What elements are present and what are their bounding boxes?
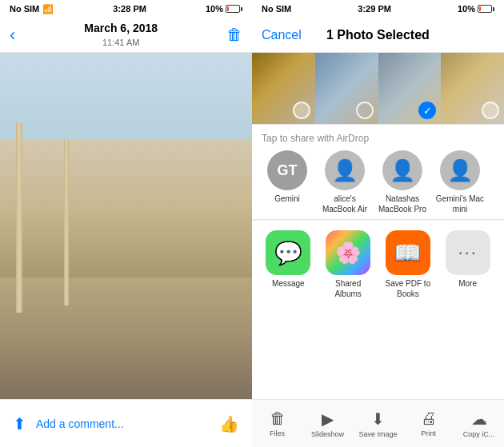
left-battery-pct: 10%	[206, 4, 223, 14]
right-panel: No SIM 3:29 PM 10% Cancel 1 Photo Select…	[252, 0, 504, 447]
right-battery-pct: 10%	[458, 4, 475, 14]
photo-selected-title: 1 Photo Selected	[326, 28, 430, 42]
message-icon: 💬	[266, 230, 310, 275]
thumbnail-1[interactable]	[252, 53, 315, 124]
wifi-icon: 📶	[42, 4, 54, 14]
comment-input[interactable]: Add a comment...	[36, 417, 210, 430]
airdrop-device-gemini-mini[interactable]: 👤 Gemini's Mac mini	[434, 150, 486, 214]
toolbar-save-image[interactable]: ⬇ Save Image	[353, 400, 403, 447]
right-battery-area: 10%	[458, 4, 494, 14]
slideshow-icon: ▶	[322, 409, 334, 429]
toolbar-files[interactable]: 🗑 Files	[252, 400, 302, 447]
right-time: 3:29 PM	[358, 4, 391, 14]
toolbar-copy[interactable]: ☁ Copy iC...	[454, 400, 504, 447]
thumb-1-select[interactable]	[293, 102, 310, 119]
files-label: Files	[270, 429, 285, 437]
print-label: Print	[421, 429, 436, 437]
save-image-icon: ⬇	[371, 409, 385, 429]
toolbar-print[interactable]: 🖨 Print	[403, 400, 454, 447]
share-button[interactable]: ⬆	[13, 414, 26, 433]
slideshow-label: Slideshow	[311, 430, 344, 438]
thumbnails-row: ✓	[252, 53, 504, 125]
person-icon: 👤	[332, 158, 358, 183]
thumbnail-2[interactable]	[315, 53, 378, 124]
share-actions: 💬 Message 🌸 Shared Albums 📖 Save PDF to …	[252, 220, 504, 305]
more-icon: ···	[446, 230, 490, 275]
airdrop-device-alice[interactable]: 👤 alice's MacBook Air	[319, 150, 370, 214]
photo-column-left	[16, 122, 22, 313]
cancel-button[interactable]: Cancel	[262, 28, 302, 42]
trash-button[interactable]: 🗑	[226, 26, 242, 44]
left-panel: No SIM 📶 3:28 PM 10% ‹ March 6, 2018 11:…	[0, 0, 252, 447]
copy-icon: ☁	[471, 409, 487, 429]
photo-date-info: March 6, 2018 11:41 AM	[84, 21, 158, 49]
toolbar-slideshow[interactable]: ▶ Slideshow	[302, 400, 353, 447]
left-time: 3:28 PM	[113, 4, 146, 14]
person-icon-2: 👤	[390, 158, 415, 183]
avatar-natashas: 👤	[382, 150, 422, 190]
right-header: Cancel 1 Photo Selected	[252, 18, 504, 53]
person-icon-3: 👤	[447, 158, 473, 183]
right-battery-icon	[478, 5, 494, 13]
left-header: ‹ March 6, 2018 11:41 AM 🗑	[0, 18, 252, 53]
device-name-gemini-mini: Gemini's Mac mini	[434, 194, 486, 214]
airdrop-device-gemini[interactable]: GT Gemini	[262, 150, 313, 214]
device-name-alice: alice's MacBook Air	[319, 194, 370, 214]
action-message[interactable]: 💬 Message	[262, 230, 315, 299]
photo-date: March 6, 2018	[84, 21, 158, 37]
airdrop-label: Tap to share with AirDrop	[262, 133, 494, 144]
left-bottom-bar: ⬆ Add a comment... 👍	[0, 399, 252, 447]
copy-label: Copy iC...	[463, 430, 495, 438]
thumbnail-3[interactable]: ✓	[378, 53, 442, 124]
action-shared-albums-label: Shared Albums	[322, 278, 375, 299]
battery-icon	[226, 5, 242, 13]
photos-icon: 🌸	[326, 230, 370, 275]
thumbnail-4[interactable]	[441, 53, 504, 124]
action-save-pdf[interactable]: 📖 Save PDF to Books	[382, 230, 435, 299]
thumb-3-select[interactable]: ✓	[418, 102, 436, 119]
photo-buildings	[0, 139, 252, 277]
save-image-label: Save Image	[358, 430, 397, 438]
thumb-4-select[interactable]	[482, 102, 499, 119]
action-more-label: More	[458, 278, 477, 289]
main-photo	[0, 53, 252, 399]
action-message-label: Message	[272, 278, 305, 289]
avatar-gemini: GT	[267, 150, 307, 190]
left-carrier: No SIM 📶	[10, 4, 54, 14]
airdrop-section: Tap to share with AirDrop GT Gemini 👤 al…	[252, 125, 504, 219]
airdrop-devices: GT Gemini 👤 alice's MacBook Air 👤 Natash…	[262, 150, 494, 214]
photo-column-right	[64, 139, 69, 305]
action-more[interactable]: ··· More	[441, 230, 494, 299]
avatar-alice: 👤	[325, 150, 365, 190]
bottom-toolbar: 🗑 Files ▶ Slideshow ⬇ Save Image 🖨 Print…	[252, 399, 504, 447]
avatar-gemini-mini: 👤	[440, 150, 480, 190]
right-carrier: No SIM	[262, 4, 291, 14]
right-status-bar: No SIM 3:29 PM 10%	[252, 0, 504, 18]
left-status-bar: No SIM 📶 3:28 PM 10%	[0, 0, 252, 18]
print-icon: 🖨	[421, 409, 437, 428]
device-name-natashas: Natashas MacBook Pro	[377, 194, 428, 214]
photo-ground	[0, 277, 252, 399]
action-shared-albums[interactable]: 🌸 Shared Albums	[322, 230, 375, 299]
action-save-pdf-label: Save PDF to Books	[382, 278, 435, 299]
device-name-gemini: Gemini	[274, 194, 300, 204]
like-button[interactable]: 👍	[219, 414, 239, 433]
left-battery-area: 10%	[206, 4, 242, 14]
no-sim-label: No SIM	[10, 4, 39, 14]
photo-time: 11:41 AM	[84, 37, 158, 49]
back-button[interactable]: ‹	[10, 25, 15, 46]
thumb-2-select[interactable]	[356, 102, 374, 119]
airdrop-device-natashas[interactable]: 👤 Natashas MacBook Pro	[377, 150, 428, 214]
books-icon: 📖	[386, 230, 430, 275]
files-icon: 🗑	[270, 409, 286, 428]
